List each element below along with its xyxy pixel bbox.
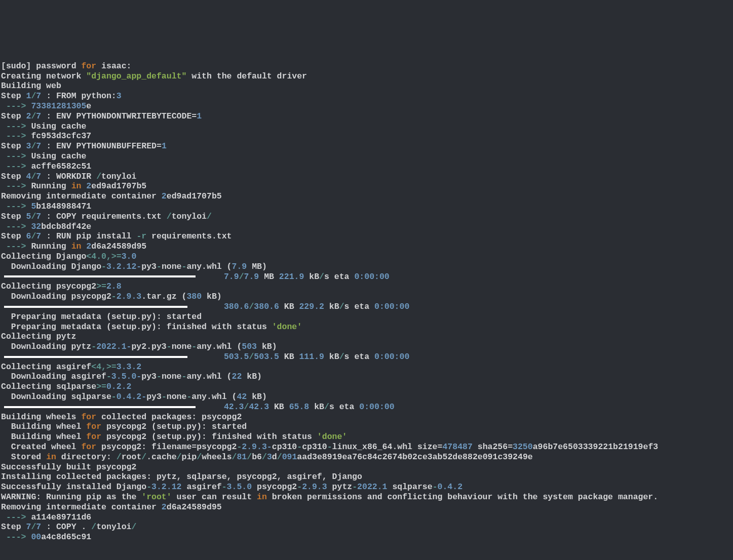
hash: e — [86, 101, 91, 111]
unit: KB — [279, 352, 299, 362]
step-3: Step 3/7 : ENV PYTHONUNBUFFERED=1 — [1, 141, 167, 151]
path: pip — [182, 452, 197, 462]
text: Using cache — [31, 122, 86, 131]
dash: - — [237, 442, 242, 452]
wheel-created: Created wheel for psycopg2: filename=psy… — [1, 442, 658, 452]
hash: d6a24589d95 — [91, 242, 146, 251]
ver: 3.5.0- — [111, 372, 141, 381]
wheels-head: Building wheels for collected packages: … — [1, 412, 242, 422]
text: .tar.gz ( — [141, 292, 186, 301]
step-1: Step 1/7 : FROM python:3 — [1, 91, 122, 101]
path: root — [122, 452, 142, 462]
flag: -r — [136, 231, 146, 241]
keyword-for: for — [81, 412, 96, 422]
text: none — [167, 392, 187, 402]
ver: 2022.1 — [357, 482, 387, 492]
runit: kB — [304, 272, 319, 282]
text: Creating network — [1, 71, 86, 81]
dash: - — [167, 342, 172, 351]
spec: <4.0, — [86, 252, 111, 261]
keyword-for: for — [86, 422, 101, 431]
keyword-for: for — [81, 61, 96, 71]
text: Building wheel — [1, 422, 86, 431]
ge: >= — [106, 362, 117, 372]
sha: sha256= — [473, 442, 513, 452]
arrow-icon: ---> — [1, 242, 31, 251]
runit: kB — [324, 302, 339, 311]
hash: ed9ad1707b5 — [167, 191, 222, 201]
text: Downloading sqlparse — [1, 392, 111, 402]
text: psycopg2: filename=psycopg2 — [96, 442, 237, 452]
keyword-in: in — [46, 452, 56, 462]
success-line: Successfully installed Django-3.2.12 asg… — [1, 482, 462, 492]
slash: / — [249, 302, 254, 311]
dash: - — [186, 392, 191, 402]
arrow-icon: ---> — [1, 202, 31, 211]
text: Removing intermediate container — [1, 191, 162, 201]
wheel-stored: Stored in directory: /root/.cache/pip/wh… — [1, 452, 533, 462]
text: Running — [31, 181, 71, 191]
text: Downloading Django — [1, 262, 101, 271]
wheel-build-start: Building wheel for psycopg2 (setup.py): … — [1, 422, 247, 431]
size: 42 — [237, 392, 247, 402]
step-num: 5 — [26, 212, 31, 221]
root: 'root' — [141, 492, 171, 502]
text: isaac: — [96, 61, 131, 71]
ver: 3.0 — [122, 252, 137, 261]
text: with the default driver — [186, 71, 307, 81]
hash: 5 — [31, 202, 36, 211]
step-total: 7 — [36, 111, 41, 121]
hash: 2 — [86, 242, 91, 251]
layer-line: ---> fc953d3cfc37 — [1, 131, 91, 141]
text: user can result — [172, 492, 257, 502]
running-line: ---> Running in 2d6a24589d95 — [1, 242, 146, 251]
text: Downloading psycopg2 — [1, 292, 111, 301]
val: 1 — [197, 111, 202, 121]
hash: a4c8d65c91 — [41, 532, 91, 542]
eta: 0:00:00 — [374, 352, 409, 362]
size: 503 — [242, 342, 257, 351]
terminal-output[interactable]: [sudo] password for isaac: Creating netw… — [0, 50, 733, 542]
slash: / — [31, 231, 36, 241]
text: WARNING: Running pip as the — [1, 492, 141, 502]
slash: / — [197, 452, 202, 462]
dash: - — [146, 482, 151, 492]
dash: - — [106, 372, 111, 381]
text: : FROM python: — [41, 91, 117, 101]
dash: - — [352, 482, 357, 492]
runit: kB — [309, 402, 324, 412]
step-total: 7 — [36, 212, 41, 221]
rate: 221.9 — [279, 272, 304, 282]
arrow-icon: ---> — [1, 181, 31, 191]
step-num: 1 — [26, 91, 31, 101]
text: py3 — [141, 372, 157, 381]
hash: bdcb8df42e — [41, 222, 91, 231]
slash: / — [31, 522, 36, 532]
keyword-in: in — [257, 492, 267, 502]
text: Collecting Django — [1, 252, 86, 261]
ver: 2.9.3 — [302, 482, 327, 492]
eta: 0:00:00 — [374, 302, 409, 311]
text: none — [172, 342, 192, 351]
path: tonyloi — [101, 172, 136, 181]
ver: 3.2.12- — [106, 262, 141, 271]
progress-psycopg2: 380.6/380.6 KB 229.2 kB/s eta 0:00:00 — [1, 302, 409, 311]
text: Building wheels — [1, 412, 81, 422]
collect-django: Collecting Django<4.0,>=3.0 — [1, 252, 136, 261]
dash: - — [157, 372, 162, 381]
slash: / — [249, 352, 254, 362]
slash: / — [31, 111, 36, 121]
path: tonyloi — [96, 522, 131, 532]
text: none — [162, 262, 182, 271]
step-7: Step 7/7 : COPY . /tonyloi/ — [1, 522, 136, 532]
unit: kB) — [257, 342, 277, 351]
sha-val: 3250 — [513, 442, 533, 452]
text: Step — [1, 111, 26, 121]
cache-line: ---> Using cache — [1, 122, 86, 131]
space — [81, 181, 86, 191]
meta-start: Preparing metadata (setup.py): started — [1, 312, 202, 322]
path: 3 — [267, 452, 272, 462]
keyword-for: for — [81, 442, 96, 452]
val: 1 — [162, 141, 167, 151]
step-num: 3 — [26, 141, 31, 151]
